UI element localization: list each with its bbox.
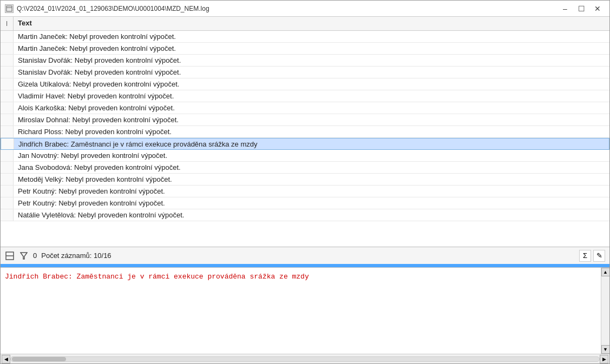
- row-number: [1, 150, 14, 161]
- row-text-cell: Petr Koutný: Nebyl proveden kontrolní vý…: [14, 186, 609, 196]
- row-text-cell: Metoděj Velký: Nebyl proveden kontrolní …: [14, 174, 609, 184]
- table-row[interactable]: Stanislav Dvořák: Nebyl proveden kontrol…: [1, 55, 609, 67]
- maximize-button[interactable]: ☐: [574, 3, 589, 15]
- row-number: [1, 162, 14, 173]
- table-row[interactable]: Jan Novotný: Nebyl proveden kontrolní vý…: [1, 150, 609, 162]
- row-text-cell: Richard Ploss: Nebyl proveden kontrolní …: [14, 127, 609, 137]
- row-number: [1, 174, 14, 185]
- scroll-up-button[interactable]: ▲: [601, 268, 610, 276]
- table-area: l Text Martin Janeček: Nebyl proveden ko…: [1, 17, 609, 247]
- title-bar: Q:\V2024_01\V2024_01_129063\DEMO\U000100…: [1, 1, 609, 17]
- row-text-cell: Petr Koutný: Nebyl proveden kontrolní vý…: [14, 198, 609, 208]
- filter-icon[interactable]: [19, 251, 29, 261]
- row-text-cell: Alois Karkoška: Nebyl proveden kontrolní…: [14, 103, 609, 113]
- row-text-cell: Miroslav Dohnal: Nebyl proveden kontroln…: [14, 115, 609, 125]
- scroll-thumb-area: [601, 276, 609, 345]
- row-number: [1, 197, 14, 209]
- table-row[interactable]: Gizela Utíkalová: Nebyl proveden kontrol…: [1, 78, 609, 90]
- row-number-header: l: [1, 17, 14, 30]
- statusbar: 0 Počet záznamů: 10/16 Σ ✎: [1, 247, 609, 264]
- text-column-header: Text: [14, 17, 609, 30]
- row-number: [1, 102, 14, 114]
- table-row[interactable]: Stanislav Dvořák: Nebyl proveden kontrol…: [1, 67, 609, 78]
- scrollbar-x-track[interactable]: [10, 356, 600, 362]
- record-count-label: Počet záznamů: 10/16: [41, 252, 111, 260]
- close-button[interactable]: ✕: [590, 3, 605, 15]
- detail-scrollbar[interactable]: ▲ ▼: [601, 268, 609, 354]
- row-number: [1, 43, 14, 54]
- scroll-down-button[interactable]: ▼: [601, 345, 610, 354]
- scrollbar-x-thumb[interactable]: [12, 357, 66, 361]
- row-number: [1, 126, 14, 137]
- table-row[interactable]: Petr Koutný: Nebyl proveden kontrolní vý…: [1, 197, 609, 209]
- row-text-cell: Jan Novotný: Nebyl proveden kontrolní vý…: [14, 150, 609, 161]
- detail-area: Jindřich Brabec: Zaměstnanci je v rámci …: [1, 267, 609, 354]
- panel-toggle-icon[interactable]: [5, 251, 15, 261]
- table-row[interactable]: Metoděj Velký: Nebyl proveden kontrolní …: [1, 174, 609, 186]
- scroll-right-button[interactable]: ▶: [600, 355, 608, 363]
- filter-count: 0: [33, 252, 37, 260]
- table-row[interactable]: Natálie Vyletělová: Nebyl proveden kontr…: [1, 209, 609, 221]
- edit-button[interactable]: ✎: [593, 250, 605, 262]
- sum-button[interactable]: Σ: [579, 250, 591, 262]
- minimize-button[interactable]: –: [557, 3, 573, 15]
- table-row[interactable]: Richard Ploss: Nebyl proveden kontrolní …: [1, 126, 609, 138]
- table-row[interactable]: Alois Karkoška: Nebyl proveden kontrolní…: [1, 102, 609, 114]
- row-text-cell: Martin Janeček: Nebyl proveden kontrolní…: [14, 43, 609, 54]
- row-number: [1, 138, 14, 149]
- table-row[interactable]: Jana Svobodová: Nebyl proveden kontrolní…: [1, 162, 609, 174]
- row-number: [1, 78, 14, 90]
- row-number: [1, 55, 14, 66]
- svg-marker-4: [21, 253, 27, 259]
- status-right-buttons: Σ ✎: [579, 250, 605, 262]
- row-text-cell: Stanislav Dvořák: Nebyl proveden kontrol…: [14, 55, 609, 65]
- table-row[interactable]: Martin Janeček: Nebyl proveden kontrolní…: [1, 31, 609, 43]
- row-text-cell: Jindřich Brabec: Zaměstnanci je v rámci …: [14, 139, 609, 149]
- detail-text: Jindřich Brabec: Zaměstnanci je v rámci …: [5, 273, 309, 281]
- row-text-cell: Gizela Utíkalová: Nebyl proveden kontrol…: [14, 79, 609, 89]
- row-number: [1, 31, 14, 42]
- row-number: [1, 67, 14, 78]
- row-text-cell: Vladimír Havel: Nebyl proveden kontrolní…: [14, 91, 609, 101]
- horizontal-scrollbar[interactable]: ◀ ▶: [1, 354, 609, 363]
- table-row[interactable]: Petr Koutný: Nebyl proveden kontrolní vý…: [1, 186, 609, 197]
- table-row[interactable]: Miroslav Dohnal: Nebyl proveden kontroln…: [1, 114, 609, 126]
- svg-rect-0: [6, 6, 12, 11]
- row-text-cell: Natálie Vyletělová: Nebyl proveden kontr…: [14, 210, 609, 220]
- row-number: [1, 114, 14, 125]
- table-row[interactable]: Martin Janeček: Nebyl proveden kontrolní…: [1, 43, 609, 55]
- row-number: [1, 90, 14, 102]
- scroll-left-button[interactable]: ◀: [2, 355, 10, 363]
- title-bar-left: Q:\V2024_01\V2024_01_129063\DEMO\U000100…: [5, 4, 209, 13]
- row-text-cell: Stanislav Dvořák: Nebyl proveden kontrol…: [14, 67, 609, 77]
- table-row[interactable]: Jindřich Brabec: Zaměstnanci je v rámci …: [1, 138, 609, 150]
- row-text-cell: Jana Svobodová: Nebyl proveden kontrolní…: [14, 162, 609, 173]
- table-row[interactable]: Vladimír Havel: Nebyl proveden kontrolní…: [1, 90, 609, 102]
- table-body[interactable]: Martin Janeček: Nebyl proveden kontrolní…: [1, 31, 609, 247]
- row-number: [1, 186, 14, 197]
- row-number: [1, 209, 14, 221]
- window-title: Q:\V2024_01\V2024_01_129063\DEMO\U000100…: [17, 5, 209, 12]
- app-icon: [5, 4, 14, 13]
- main-window: Q:\V2024_01\V2024_01_129063\DEMO\U000100…: [0, 0, 610, 364]
- row-text-cell: Martin Janeček: Nebyl proveden kontrolní…: [14, 31, 609, 42]
- table-header: l Text: [1, 17, 609, 31]
- window-controls: – ☐ ✕: [557, 3, 605, 15]
